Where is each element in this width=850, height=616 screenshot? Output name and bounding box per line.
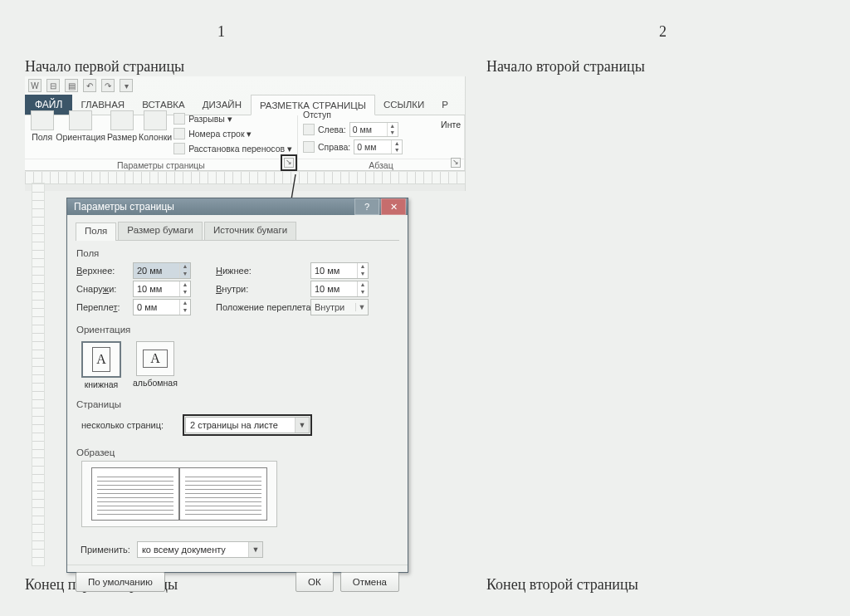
pages-legend: Страницы [76, 399, 398, 409]
indent-left-label: Слева: [318, 125, 346, 134]
gutter-pos-value: Внутри [311, 302, 355, 312]
outside-margin-input[interactable]: 10 мм▲▼ [133, 281, 191, 297]
breaks-icon [173, 113, 185, 125]
sample-preview [81, 461, 277, 527]
ribbon: Поля Ориентация Размер Колонки Разрывы ▾… [25, 115, 465, 171]
indent-left-icon [303, 124, 315, 135]
help-button[interactable]: ? [354, 198, 379, 215]
dialog-title: Параметры страницы [74, 201, 174, 213]
indent-right-row: Справа: 0 мм▲▼ [303, 139, 403, 155]
paragraph-launcher[interactable]: ↘ [451, 158, 461, 168]
dialog-titlebar: Параметры страницы ? ✕ [67, 198, 408, 215]
indent-right-input[interactable]: 0 мм▲▼ [354, 139, 403, 154]
outside-margin-value: 10 мм [134, 284, 179, 294]
caption-bottom-right: Конец второй страницы [486, 576, 638, 594]
dialog-tabs: Поля Размер бумаги Источник бумаги [76, 222, 399, 241]
breaks-label: Разрывы ▾ [188, 114, 232, 124]
orientation-landscape-label: альбомная [133, 378, 178, 388]
qat-dropdown-icon[interactable]: ▾ [120, 79, 133, 92]
undo-icon[interactable]: ↶ [83, 79, 96, 92]
top-margin-input[interactable]: 20 мм▲▼ [133, 262, 191, 279]
sample-legend: Образец [76, 447, 398, 457]
paragraph-group-label: Абзац [298, 159, 464, 170]
spacing-cut: Инте [441, 119, 461, 130]
apply-label: Применить: [81, 545, 130, 555]
bottom-margin-input[interactable]: 10 мм▲▼ [310, 262, 369, 279]
apply-dropdown[interactable]: ко всему документу ▼ [137, 541, 263, 558]
spacing-title: Инте [441, 119, 461, 130]
hyphenation-label: Расстановка переносов ▾ [188, 144, 292, 154]
apply-value: ко всему документу [138, 545, 248, 555]
sample-sheet-right [179, 467, 267, 521]
orientation-icon [69, 110, 92, 130]
dialog-body: Поля Размер бумаги Источник бумаги Поля … [67, 215, 408, 565]
dialog-tab-source[interactable]: Источник бумаги [204, 222, 296, 240]
page-setup-launcher[interactable]: ↘ [284, 158, 294, 168]
margins-button[interactable]: Поля [30, 110, 54, 142]
gutter-input[interactable]: 0 мм▲▼ [133, 299, 191, 315]
indent-left-row: Слева: 0 мм▲▼ [303, 121, 398, 138]
document-area [25, 184, 465, 191]
quick-access-toolbar: W ⊟ ▤ ↶ ↷ ▾ [25, 76, 465, 95]
outside-margin-label: Снаружи: [76, 284, 129, 294]
gutter-label: Переплет: [76, 302, 129, 312]
chevron-down-icon: ▼ [248, 542, 262, 557]
line-numbers-menu[interactable]: Номера строк ▾ [173, 127, 292, 140]
page-setup-dialog: Параметры страницы ? ✕ Поля Размер бумаг… [66, 198, 408, 573]
caption-top-right: Начало второй страницы [486, 58, 645, 76]
hyphenation-icon [173, 143, 185, 154]
indent-left-value: 0 мм [350, 125, 387, 134]
bottom-margin-value: 10 мм [311, 266, 357, 276]
top-margin-value: 20 мм [134, 266, 179, 276]
indent-left-input[interactable]: 0 мм▲▼ [349, 122, 398, 137]
orientation-landscape[interactable]: A альбомная [133, 341, 178, 389]
close-button[interactable]: ✕ [381, 198, 406, 215]
columns-icon [144, 110, 167, 130]
dialog-tab-paper[interactable]: Размер бумаги [118, 222, 203, 240]
redo-icon[interactable]: ↷ [101, 79, 115, 92]
pages-fieldset: Страницы несколько страниц: 2 страницы н… [76, 397, 399, 440]
breaks-menu[interactable]: Разрывы ▾ [173, 112, 292, 125]
scanned-page: 1 2 Начало первой страницы Начало второй… [0, 0, 850, 616]
inside-margin-value: 10 мм [311, 284, 357, 294]
save-icon[interactable]: ⊟ [46, 79, 60, 92]
page-number-2: 2 [659, 23, 667, 41]
page-setup-group-label: Параметры страницы [25, 159, 297, 170]
inside-margin-input[interactable]: 10 мм▲▼ [310, 281, 369, 297]
dialog-footer: По умолчанию ОК Отмена [67, 565, 408, 599]
multi-pages-value: 2 страницы на листе [186, 420, 295, 430]
orientation-portrait[interactable]: A книжная [81, 341, 121, 389]
chevron-down-icon: ▼ [295, 418, 309, 433]
bottom-margin-label: Нижнее: [216, 266, 307, 276]
touch-icon[interactable]: ▤ [65, 79, 78, 92]
gutter-pos-label: Положение переплета: [216, 302, 307, 312]
top-margin-label: Верхнее: [76, 266, 129, 276]
size-label: Размер [107, 132, 137, 142]
orientation-button[interactable]: Ориентация [56, 110, 105, 142]
cancel-button[interactable]: Отмена [340, 572, 399, 592]
default-button[interactable]: По умолчанию [76, 572, 165, 592]
sample-fieldset: Образец [76, 445, 399, 531]
ok-button[interactable]: ОК [296, 572, 334, 592]
multi-pages-highlight: 2 страницы на листе ▼ [183, 414, 312, 436]
inside-margin-label: Внутри: [216, 284, 307, 294]
word-icon: W [28, 79, 42, 92]
size-button[interactable]: Размер [107, 110, 137, 142]
columns-button[interactable]: Колонки [139, 110, 172, 142]
page-number-1: 1 [217, 23, 225, 41]
margins-legend: Поля [76, 248, 398, 258]
hyphenation-menu[interactable]: Расстановка переносов ▾ [173, 142, 292, 155]
multi-pages-dropdown[interactable]: 2 страницы на листе ▼ [185, 417, 310, 433]
indent-right-value: 0 мм [354, 142, 391, 152]
margins-label: Поля [32, 132, 52, 142]
indent-right-icon [303, 141, 315, 153]
orientation-fieldset: Ориентация A книжная A альбомная [76, 322, 399, 392]
margins-icon [31, 110, 54, 130]
gutter-pos-dropdown[interactable]: Внутри▼ [310, 299, 369, 315]
vertical-ruler [32, 183, 45, 566]
dialog-tab-margins[interactable]: Поля [76, 222, 116, 241]
columns-label: Колонки [139, 132, 172, 142]
orientation-label: Ориентация [56, 132, 105, 142]
ribbon-group-paragraph: Отступ Слева: 0 мм▲▼ Справа: 0 мм▲▼ Абза… [298, 115, 465, 170]
orientation-legend: Ориентация [76, 325, 398, 335]
